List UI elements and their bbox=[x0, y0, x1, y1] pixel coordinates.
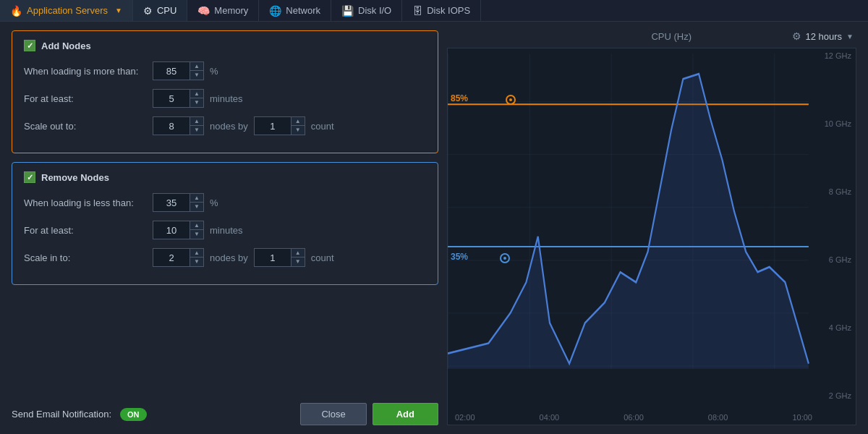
remove-nodesby-down[interactable]: ▼ bbox=[292, 258, 305, 266]
add-nodes-box: ✓ Add Nodes When loading is more than: ▲… bbox=[12, 30, 438, 153]
dropdown-arrow-icon: ▼ bbox=[115, 7, 122, 14]
nav-disk-iops[interactable]: 🗄 Disk IOPS bbox=[402, 0, 481, 21]
remove-forat-input-wrap: ▲ ▼ bbox=[153, 221, 204, 239]
y-label-10: 10 GHz bbox=[821, 119, 851, 128]
add-loading-up[interactable]: ▲ bbox=[190, 62, 203, 71]
add-scaleout-up[interactable]: ▲ bbox=[190, 117, 203, 126]
memory-icon: 🧠 bbox=[197, 5, 210, 17]
add-scaleout-input[interactable] bbox=[153, 119, 190, 134]
remove-forat-label: For at least: bbox=[24, 225, 147, 236]
add-count-label: count bbox=[311, 121, 334, 132]
nav-app-servers-label: Application Servers bbox=[27, 5, 108, 16]
add-loading-input[interactable] bbox=[153, 64, 190, 79]
remove-forat-input[interactable] bbox=[153, 223, 190, 238]
add-scaleout-spinner: ▲ ▼ bbox=[190, 117, 203, 135]
chart-header: CPU (Hz) ⚙ 12 hours ▼ bbox=[447, 30, 856, 42]
nav-memory[interactable]: 🧠 Memory bbox=[187, 0, 259, 21]
left-panel: ✓ Add Nodes When loading is more than: ▲… bbox=[12, 30, 438, 425]
remove-forat-up[interactable]: ▲ bbox=[190, 221, 203, 230]
settings-icon: ⚙ bbox=[792, 30, 801, 42]
add-loading-row: When loading is more than: ▲ ▼ % bbox=[24, 61, 426, 80]
y-label-8: 8 GHz bbox=[821, 187, 851, 196]
chart-area: 85% 35% 12 GHz 10 GHz 8 GHz 6 GHz 4 GHz … bbox=[447, 48, 856, 425]
add-loading-input-wrap: ▲ ▼ bbox=[153, 61, 204, 80]
remove-forat-unit: minutes bbox=[210, 225, 243, 236]
add-nodesby-down[interactable]: ▼ bbox=[292, 126, 305, 135]
add-nodesby-label: nodes by bbox=[210, 121, 248, 132]
remove-loading-label: When loading is less than: bbox=[24, 197, 147, 208]
nav-cpu[interactable]: ⚙ CPU bbox=[133, 0, 187, 21]
y-label-6: 6 GHz bbox=[821, 255, 851, 264]
nav-network-label: Network bbox=[286, 5, 320, 16]
x-label-0800: 08:00 bbox=[708, 413, 728, 422]
nav-network[interactable]: 🌐 Network bbox=[259, 0, 331, 21]
remove-loading-down[interactable]: ▼ bbox=[190, 203, 203, 211]
add-loading-down[interactable]: ▼ bbox=[190, 71, 203, 80]
add-forat-down[interactable]: ▼ bbox=[190, 98, 203, 107]
add-button[interactable]: Add bbox=[373, 403, 438, 425]
close-button[interactable]: Close bbox=[300, 403, 366, 425]
email-toggle[interactable]: ON bbox=[120, 408, 147, 421]
add-forat-up[interactable]: ▲ bbox=[190, 90, 203, 98]
remove-scalein-input[interactable] bbox=[153, 250, 190, 265]
add-scaleout-label: Scale out to: bbox=[24, 121, 147, 132]
action-buttons: Close Add bbox=[300, 403, 438, 425]
threshold-85-label: 85% bbox=[451, 93, 468, 103]
remove-scalein-row: Scale in to: ▲ ▼ nodes by ▲ ▼ coun bbox=[24, 248, 426, 267]
remove-loading-row: When loading is less than: ▲ ▼ % bbox=[24, 193, 426, 212]
add-forat-row: For at least: ▲ ▼ minutes bbox=[24, 89, 426, 108]
disk-io-icon: 💾 bbox=[341, 5, 354, 17]
nav-disk-io[interactable]: 💾 Disk I/O bbox=[331, 0, 402, 21]
remove-scalein-down[interactable]: ▼ bbox=[190, 258, 203, 266]
remove-nodes-box: ✓ Remove Nodes When loading is less than… bbox=[12, 162, 438, 285]
add-nodesby-up[interactable]: ▲ bbox=[292, 117, 305, 126]
flame-icon: 🔥 bbox=[10, 5, 22, 17]
x-label-0200: 02:00 bbox=[455, 413, 475, 422]
network-icon: 🌐 bbox=[269, 5, 281, 17]
add-forat-spinner: ▲ ▼ bbox=[190, 90, 203, 107]
remove-forat-row: For at least: ▲ ▼ minutes bbox=[24, 221, 426, 239]
add-loading-unit: % bbox=[210, 66, 218, 77]
add-forat-input[interactable] bbox=[153, 91, 190, 106]
nav-app-servers[interactable]: 🔥 Application Servers ▼ bbox=[0, 0, 133, 21]
add-nodesby-input[interactable] bbox=[255, 119, 291, 134]
disk-iops-icon: 🗄 bbox=[412, 5, 422, 17]
remove-loading-input-wrap: ▲ ▼ bbox=[153, 193, 204, 212]
remove-loading-up[interactable]: ▲ bbox=[190, 194, 203, 203]
x-label-0400: 04:00 bbox=[540, 413, 560, 422]
remove-nodesby-input-wrap: ▲ ▼ bbox=[254, 248, 305, 267]
remove-scalein-input-wrap: ▲ ▼ bbox=[153, 248, 204, 267]
y-label-12: 12 GHz bbox=[821, 51, 851, 60]
chart-svg bbox=[448, 48, 856, 425]
right-panel: CPU (Hz) ⚙ 12 hours ▼ bbox=[447, 30, 856, 425]
chart-title: CPU (Hz) bbox=[551, 31, 792, 42]
remove-nodesby-up[interactable]: ▲ bbox=[292, 249, 305, 258]
add-scaleout-input-wrap: ▲ ▼ bbox=[153, 116, 204, 135]
x-label-1000: 10:00 bbox=[792, 413, 812, 422]
remove-loading-spinner: ▲ ▼ bbox=[190, 194, 203, 211]
remove-forat-down[interactable]: ▼ bbox=[190, 230, 203, 239]
add-scaleout-row: Scale out to: ▲ ▼ nodes by ▲ ▼ cou bbox=[24, 116, 426, 135]
remove-scalein-up[interactable]: ▲ bbox=[190, 249, 203, 258]
email-row: Send Email Notification: ON bbox=[12, 408, 147, 421]
add-forat-input-wrap: ▲ ▼ bbox=[153, 89, 204, 108]
remove-scalein-label: Scale in to: bbox=[24, 252, 147, 263]
nav-disk-io-label: Disk I/O bbox=[358, 5, 391, 16]
remove-nodes-checkbox[interactable]: ✓ bbox=[24, 171, 35, 183]
time-selector[interactable]: ⚙ 12 hours ▼ bbox=[792, 30, 854, 42]
x-label-0600: 06:00 bbox=[624, 413, 644, 422]
remove-nodes-title: Remove Nodes bbox=[41, 172, 109, 183]
remove-nodesby-label: nodes by bbox=[210, 252, 248, 263]
add-forat-label: For at least: bbox=[24, 93, 147, 104]
remove-loading-unit: % bbox=[210, 197, 218, 208]
add-nodes-title: Add Nodes bbox=[41, 41, 91, 51]
add-scaleout-down[interactable]: ▼ bbox=[190, 126, 203, 135]
y-label-2: 2 GHz bbox=[821, 391, 851, 400]
remove-loading-input[interactable] bbox=[153, 195, 190, 210]
remove-count-label: count bbox=[311, 252, 334, 263]
top-nav: 🔥 Application Servers ▼ ⚙ CPU 🧠 Memory 🌐… bbox=[0, 0, 868, 22]
y-axis-labels: 12 GHz 10 GHz 8 GHz 6 GHz 4 GHz 2 GHz bbox=[817, 48, 856, 403]
add-nodes-checkbox[interactable]: ✓ bbox=[24, 40, 35, 51]
remove-nodesby-input[interactable] bbox=[255, 250, 291, 265]
add-nodes-header: ✓ Add Nodes bbox=[24, 40, 426, 51]
